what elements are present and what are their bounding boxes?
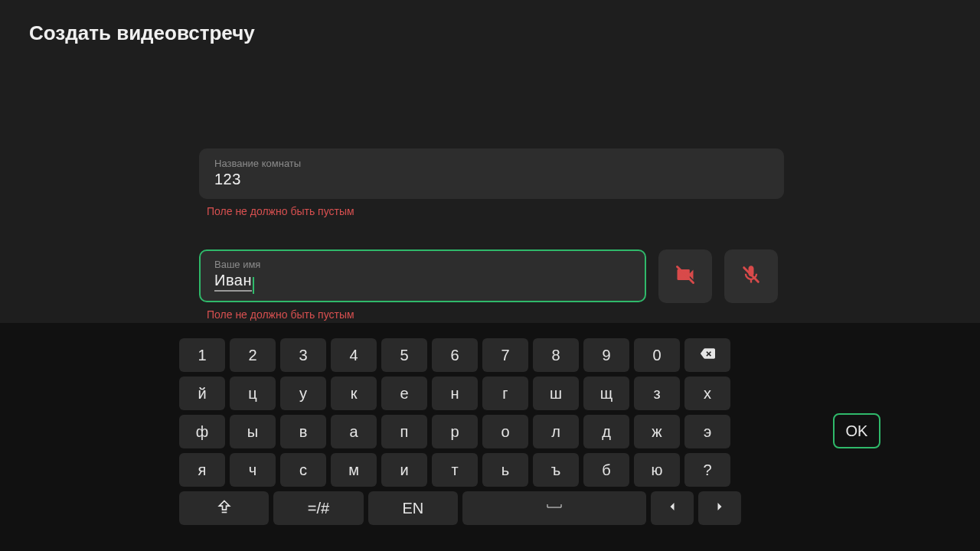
key-letter[interactable]: б — [583, 453, 629, 487]
key-letter[interactable]: л — [533, 415, 579, 448]
key-letter[interactable]: н — [432, 377, 478, 410]
user-name-value: Иван — [214, 272, 252, 292]
key-letter[interactable]: и — [381, 453, 427, 487]
key-3[interactable]: 3 — [280, 338, 326, 372]
key-symbols[interactable]: =/# — [273, 491, 363, 525]
key-letter[interactable]: х — [684, 377, 730, 410]
key-letter[interactable]: э — [684, 415, 730, 448]
keyboard-row-2: й ц у к е н г ш щ з х — [179, 377, 741, 410]
user-name-field[interactable]: Ваше имя Иван — [199, 249, 646, 302]
key-9[interactable]: 9 — [583, 338, 629, 372]
key-0[interactable]: 0 — [634, 338, 680, 372]
key-letter[interactable]: з — [634, 377, 680, 410]
key-space[interactable] — [462, 491, 646, 525]
camera-toggle-button[interactable] — [658, 249, 712, 303]
key-letter[interactable]: п — [381, 415, 427, 448]
key-5[interactable]: 5 — [381, 338, 427, 372]
shift-icon — [217, 499, 232, 518]
room-name-value: 123 — [214, 171, 241, 188]
mic-off-icon — [740, 264, 762, 289]
camera-off-icon — [675, 264, 696, 289]
key-7[interactable]: 7 — [482, 338, 528, 372]
mic-toggle-button[interactable] — [724, 249, 778, 303]
keyboard-row-4: я ч с м и т ь ъ б ю ? — [179, 453, 741, 487]
key-letter[interactable]: ъ — [533, 453, 579, 487]
key-backspace[interactable] — [684, 338, 730, 372]
key-letter[interactable]: е — [381, 377, 427, 410]
user-name-error: Поле не должно быть пустым — [207, 308, 646, 321]
create-meeting-form: Название комнаты 123 Поле не должно быть… — [199, 148, 789, 321]
key-letter[interactable]: с — [280, 453, 326, 487]
user-name-label: Ваше имя — [214, 259, 631, 270]
key-letter[interactable]: й — [179, 377, 225, 410]
key-letter[interactable]: ш — [533, 377, 579, 410]
keyboard-row-3: ф ы в а п р о л д ж э — [179, 415, 741, 448]
onscreen-keyboard: 1 2 3 4 5 6 7 8 9 0 й ц у к е н г ш щ — [0, 323, 980, 551]
key-letter[interactable]: ч — [230, 453, 276, 487]
key-8[interactable]: 8 — [533, 338, 579, 372]
key-letter[interactable]: а — [331, 415, 377, 448]
key-letter[interactable]: щ — [583, 377, 629, 410]
key-letter[interactable]: я — [179, 453, 225, 487]
keyboard-row-5: =/# EN — [179, 491, 741, 525]
key-letter[interactable]: ж — [634, 415, 680, 448]
key-letter[interactable]: г — [482, 377, 528, 410]
key-4[interactable]: 4 — [331, 338, 377, 372]
room-name-error: Поле не должно быть пустым — [207, 205, 789, 217]
key-shift[interactable] — [179, 491, 269, 525]
key-letter[interactable]: у — [280, 377, 326, 410]
key-language[interactable]: EN — [368, 491, 458, 525]
key-1[interactable]: 1 — [179, 338, 225, 372]
key-letter[interactable]: ц — [230, 377, 276, 410]
key-letter[interactable]: д — [583, 415, 629, 448]
space-icon — [547, 499, 562, 518]
key-arrow-left[interactable] — [651, 491, 694, 525]
key-question[interactable]: ? — [684, 453, 730, 487]
room-name-label: Название комнаты — [214, 158, 769, 169]
page-title: Создать видеовстречу — [29, 21, 255, 45]
key-letter[interactable]: ф — [179, 415, 225, 448]
key-letter[interactable]: м — [331, 453, 377, 487]
keyboard-row-1: 1 2 3 4 5 6 7 8 9 0 — [179, 338, 741, 372]
key-letter[interactable]: ю — [634, 453, 680, 487]
key-arrow-right[interactable] — [698, 491, 741, 525]
key-letter[interactable]: т — [432, 453, 478, 487]
keyboard-ok-button[interactable]: OK — [833, 413, 880, 448]
key-letter[interactable]: о — [482, 415, 528, 448]
key-6[interactable]: 6 — [432, 338, 478, 372]
arrow-right-icon — [712, 499, 727, 518]
key-2[interactable]: 2 — [230, 338, 276, 372]
backspace-icon — [700, 346, 715, 365]
room-name-field[interactable]: Название комнаты 123 — [199, 148, 784, 199]
text-caret — [253, 277, 254, 294]
arrow-left-icon — [665, 499, 680, 518]
key-letter[interactable]: ы — [230, 415, 276, 448]
key-letter[interactable]: ь — [482, 453, 528, 487]
key-letter[interactable]: к — [331, 377, 377, 410]
key-letter[interactable]: в — [280, 415, 326, 448]
key-letter[interactable]: р — [432, 415, 478, 448]
